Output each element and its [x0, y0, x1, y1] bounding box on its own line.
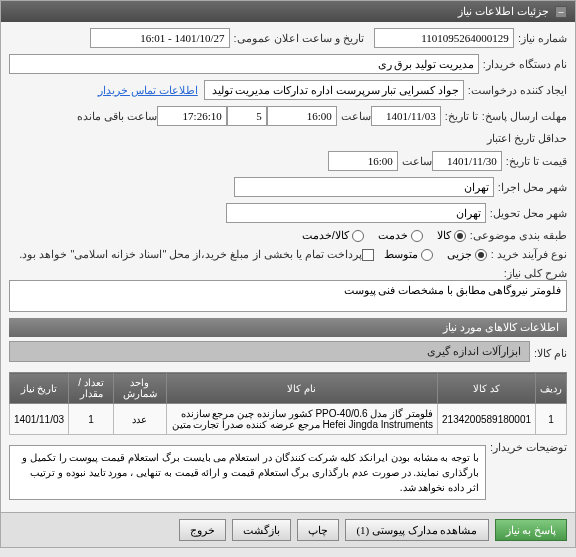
lbl-hour2: ساعت: [402, 155, 432, 168]
lbl-item-name: نام کالا:: [534, 347, 567, 360]
deliv-city-field[interactable]: [226, 203, 486, 223]
col-row: ردیف: [536, 373, 567, 404]
lbl-payment-note: پرداخت تمام یا بخشی از مبلغ خرید،از محل …: [19, 248, 362, 261]
lbl-valid-deadline: حداقل تاریخ اعتبار: [487, 132, 567, 145]
print-button[interactable]: چاپ: [297, 519, 339, 541]
need-number-field[interactable]: [374, 28, 514, 48]
lbl-hour1: ساعت: [341, 110, 371, 123]
radio-checked-icon: [475, 249, 487, 261]
lbl-buyer-notes: توضیحات خریدار:: [490, 441, 567, 454]
radio-icon: [411, 230, 423, 242]
col-name: نام کالا: [166, 373, 437, 404]
cell-idx: 1: [536, 404, 567, 435]
lbl-need-no: شماره نیاز:: [518, 32, 567, 45]
table-row[interactable]: 1 2134200589180001 فلومتر گاز مدل PPO-40…: [10, 404, 567, 435]
radio-low[interactable]: جزیی: [447, 248, 487, 261]
exit-button[interactable]: خروج: [179, 519, 226, 541]
exec-city-field[interactable]: [234, 177, 494, 197]
col-unit: واحد شمارش: [113, 373, 166, 404]
respond-button[interactable]: پاسخ به نیاز: [495, 519, 568, 541]
col-date: تاریخ نیاز: [10, 373, 69, 404]
back-button[interactable]: بازگشت: [232, 519, 291, 541]
buyer-name-field[interactable]: [9, 54, 479, 74]
radio-checked-icon: [454, 230, 466, 242]
item-name-value: ابزارآلات اندازه گیری: [9, 341, 530, 362]
remaining-time-field[interactable]: [157, 106, 227, 126]
radio-service[interactable]: خدمت: [378, 229, 423, 242]
valid-hour-field[interactable]: [328, 151, 398, 171]
col-code: کد کالا: [438, 373, 536, 404]
payment-checkbox[interactable]: [362, 249, 374, 261]
details-panel: – جزئیات اطلاعات نیاز شماره نیاز: تاریخ …: [0, 0, 576, 548]
radio-icon: [352, 230, 364, 242]
cell-qty: 1: [69, 404, 114, 435]
lbl-category: طبقه بندی موضوعی:: [470, 229, 567, 242]
radio-goods[interactable]: کالا: [437, 229, 466, 242]
cell-name: فلومتر گاز مدل PPO-40/0.6 کشور سازنده چی…: [166, 404, 437, 435]
requester-field[interactable]: [204, 80, 464, 100]
items-section-header: اطلاعات کالاهای مورد نیاز: [9, 318, 567, 337]
contact-link[interactable]: اطلاعات تماس خریدار: [98, 84, 198, 97]
buyer-notes-box: با توجه به مشابه بودن ایرانکد کلیه شرکت …: [9, 445, 486, 500]
button-bar: پاسخ به نیاز مشاهده مدارک پیوستی (1) چاپ…: [1, 512, 575, 547]
cell-unit: عدد: [113, 404, 166, 435]
lbl-resp-deadline: مهلت ارسال پاسخ:: [482, 110, 567, 123]
panel-title: جزئیات اطلاعات نیاز: [458, 5, 549, 18]
resp-date-field[interactable]: [371, 106, 441, 126]
lbl-requester: ایجاد کننده درخواست:: [468, 84, 567, 97]
lbl-remaining: ساعت باقی مانده: [77, 110, 157, 123]
need-desc-field[interactable]: [9, 280, 567, 312]
lbl-exec-city: شهر محل اجرا:: [498, 181, 567, 194]
lbl-need-desc: شرح کلی نیاز:: [504, 267, 567, 280]
items-table: ردیف کد کالا نام کالا واحد شمارش تعداد /…: [9, 372, 567, 435]
lbl-until1: تا تاریخ:: [445, 110, 478, 123]
attachments-button[interactable]: مشاهده مدارک پیوستی (1): [345, 519, 488, 541]
col-qty: تعداد / مقدار: [69, 373, 114, 404]
valid-date-field[interactable]: [432, 151, 502, 171]
radio-icon: [421, 249, 433, 261]
lbl-price-until: قیمت تا تاریخ:: [506, 155, 567, 168]
resp-hour-field[interactable]: [267, 106, 337, 126]
radio-both[interactable]: کالا/خدمت: [302, 229, 364, 242]
lbl-deliv-city: شهر محل تحویل:: [490, 207, 567, 220]
collapse-icon[interactable]: –: [555, 6, 567, 18]
lbl-pub-dt: تاریخ و ساعت اعلان عمومی:: [234, 32, 364, 45]
panel-header: – جزئیات اطلاعات نیاز: [1, 1, 575, 22]
lbl-buyer: نام دستگاه خریدار:: [483, 58, 567, 71]
pub-datetime-field[interactable]: [90, 28, 230, 48]
cell-code: 2134200589180001: [438, 404, 536, 435]
cell-date: 1401/11/03: [10, 404, 69, 435]
radio-mid[interactable]: متوسط: [384, 248, 433, 261]
resp-days-field[interactable]: [227, 106, 267, 126]
lbl-buy-process: نوع فرآیند خرید :: [491, 248, 567, 261]
